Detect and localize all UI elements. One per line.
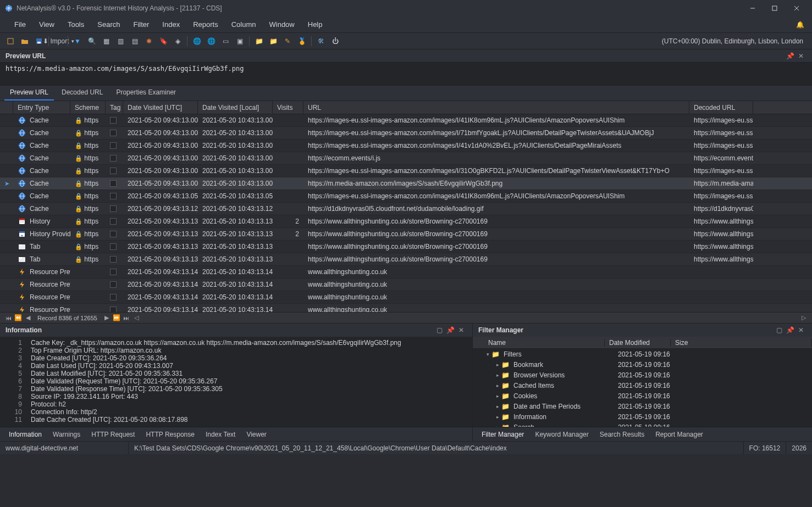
table-row[interactable]: Cache🔒 https2021-05-20 09:43:13.0002021-… (0, 127, 812, 140)
tag-checkbox[interactable] (110, 231, 117, 237)
filter-item[interactable]: ▸📁Date and Time Periods2021-05-19 09:16 (473, 401, 812, 411)
tab-viewer[interactable]: Viewer (241, 428, 272, 441)
tag-checkbox[interactable] (110, 294, 117, 300)
power-icon[interactable]: ⏻ (329, 35, 341, 47)
filter-item[interactable]: ▸📁Bookmark2021-05-19 09:16 (473, 359, 812, 370)
tag-checkbox[interactable] (110, 281, 117, 288)
bookmark-icon[interactable]: 🔖 (157, 35, 169, 47)
col-decoded-url[interactable]: Decoded URL (689, 101, 753, 114)
menu-search[interactable]: Search (91, 16, 126, 33)
table-row[interactable]: Resource Pref…2021-05-20 09:43:13.144202… (0, 304, 812, 312)
globe-icon[interactable]: 🌐 (191, 35, 203, 47)
menu-tools[interactable]: Tools (61, 16, 91, 33)
filter-col-name[interactable]: Name (473, 339, 605, 347)
tab-filter-manager[interactable]: Filter Manager (476, 428, 529, 441)
tools-icon[interactable]: 🛠 (315, 35, 327, 47)
table-row[interactable]: Tab🔒 https2021-05-20 09:43:13.1362021-05… (0, 241, 812, 253)
table-row[interactable]: Resource Pref…2021-05-20 09:43:13.144202… (0, 278, 812, 291)
col-date-visited-utc[interactable]: Date Visited [UTC] (123, 101, 198, 114)
table-row[interactable]: Resource Pref…2021-05-20 09:43:13.144202… (0, 266, 812, 278)
tab-http-response[interactable]: HTTP Response (140, 428, 200, 441)
info-pin-icon[interactable]: 📌 (445, 326, 456, 334)
col-url[interactable]: URL (303, 101, 689, 114)
tag-icon[interactable]: ◈ (172, 35, 184, 47)
tag-checkbox[interactable] (110, 117, 117, 124)
nav-next[interactable]: ▶ (102, 314, 112, 321)
filter-item[interactable]: ▸📁Browser Versions2021-05-19 09:16 (473, 370, 812, 380)
layout-icon[interactable]: ▥ (114, 35, 126, 47)
table-row[interactable]: Cache🔒 https2021-05-20 09:43:13.0002021-… (0, 140, 812, 152)
tab-keyword-manager[interactable]: Keyword Manager (529, 428, 594, 441)
menu-filter[interactable]: Filter (126, 16, 156, 33)
tag-checkbox[interactable] (110, 269, 117, 275)
tag-checkbox[interactable] (110, 218, 117, 225)
folder2-icon[interactable]: 📁 (267, 35, 279, 47)
search-icon[interactable]: 🔍 (86, 35, 98, 47)
table-row[interactable]: Resource Pref…2021-05-20 09:43:13.144202… (0, 291, 812, 304)
menu-file[interactable]: File (8, 16, 32, 33)
tag-checkbox[interactable] (110, 307, 117, 312)
table-row[interactable]: Cache🔒 https2021-05-20 09:43:13.0002021-… (0, 114, 812, 127)
menu-view[interactable]: View (32, 16, 61, 33)
filter-item[interactable]: ▸📁Cached Items2021-05-19 09:16 (473, 380, 812, 391)
menu-column[interactable]: Column (225, 16, 263, 33)
close-preview-icon[interactable]: ✕ (796, 52, 807, 60)
col-scheme[interactable]: Scheme (70, 101, 106, 114)
col-entry-type[interactable]: Entry Type (13, 101, 70, 114)
import-button[interactable]: ⬇ Import ▾ (52, 35, 64, 47)
menu-window[interactable]: Window (263, 16, 301, 33)
nav-prev-page[interactable]: ⏪ (13, 314, 23, 321)
filter-pin-icon[interactable]: 📌 (785, 326, 796, 334)
tab-search-results[interactable]: Search Results (594, 428, 650, 441)
filter-col-date[interactable]: Date Modified (605, 339, 671, 347)
info-close-icon[interactable]: ✕ (456, 326, 467, 334)
tag-checkbox[interactable] (110, 243, 117, 250)
nav-last[interactable]: ⏭ (121, 315, 131, 321)
filter-item[interactable]: ▸📁Search2021-05-19 09:16 (473, 422, 812, 427)
tag-checkbox[interactable] (110, 130, 117, 136)
filter-item[interactable]: ▸📁Information2021-05-19 09:16 (473, 411, 812, 422)
folder1-icon[interactable]: 📁 (253, 35, 265, 47)
col-date-visited-local[interactable]: Date Visited [Local] (198, 101, 273, 114)
cert-icon[interactable]: 🏅 (296, 35, 308, 47)
tab-decoded-url[interactable]: Decoded URL (56, 85, 108, 101)
table-row[interactable]: Cache🔒 https2021-05-20 09:43:13.0512021-… (0, 190, 812, 203)
tab-http-request[interactable]: HTTP Request (86, 428, 140, 441)
tag-checkbox[interactable] (110, 168, 117, 174)
info-maximize-icon[interactable]: ▢ (434, 326, 445, 334)
tag-checkbox[interactable] (110, 193, 117, 199)
tab-warnings[interactable]: Warnings (47, 428, 86, 441)
table-row[interactable]: Tab🔒 https2021-05-20 09:43:13.1362021-05… (0, 253, 812, 266)
filter-funnel-icon[interactable]: ▼ (71, 35, 84, 47)
tab-report-manager[interactable]: Report Manager (650, 428, 709, 441)
table-row[interactable]: Cache🔒 https2021-05-20 09:43:13.1242021-… (0, 203, 812, 215)
nav-first[interactable]: ⏮ (3, 315, 13, 321)
table-row[interactable]: Cache🔒 https2021-05-20 09:43:13.0002021-… (0, 165, 812, 177)
tab-preview-url[interactable]: Preview URL (4, 85, 54, 101)
new-case-icon[interactable] (4, 35, 16, 47)
nav-next-page[interactable]: ⏩ (112, 314, 121, 321)
tab-information[interactable]: Information (3, 428, 47, 441)
edit-icon[interactable]: ✎ (281, 35, 294, 47)
menu-reports[interactable]: Reports (186, 16, 225, 33)
grid-icon[interactable]: ▦ (100, 35, 112, 47)
filter-close-icon[interactable]: ✕ (796, 326, 807, 334)
table-row[interactable]: History Provider🔒 https2021-05-20 09:43:… (0, 228, 812, 241)
col-visits[interactable]: Visits (273, 101, 303, 114)
table-row[interactable]: ➤Cache🔒 https2021-05-20 09:43:13.0072021… (0, 177, 812, 190)
nav-prev[interactable]: ◀ (23, 314, 33, 321)
nav-left[interactable]: ◁ (131, 314, 141, 321)
col-tag[interactable]: Tag (106, 101, 123, 114)
minimize-button[interactable] (742, 0, 764, 16)
preview-url-text[interactable]: https://m.media-amazon.com/images/S/sash… (0, 63, 812, 75)
filter-col-size[interactable]: Size (671, 339, 812, 347)
notifications-icon[interactable]: 🔔 (792, 21, 808, 29)
tile-icon[interactable]: ▣ (234, 35, 246, 47)
globe2-icon[interactable]: 🌐 (205, 35, 217, 47)
nav-right[interactable]: ▷ (799, 314, 809, 321)
tab-properties-examiner[interactable]: Properties Examiner (111, 85, 181, 101)
tag-checkbox[interactable] (110, 205, 117, 212)
filter-item[interactable]: ▸📁Cookies2021-05-19 09:16 (473, 391, 812, 401)
filter-root[interactable]: ▾📁Filters2021-05-19 09:16 (473, 349, 812, 359)
tag-checkbox[interactable] (110, 256, 117, 263)
